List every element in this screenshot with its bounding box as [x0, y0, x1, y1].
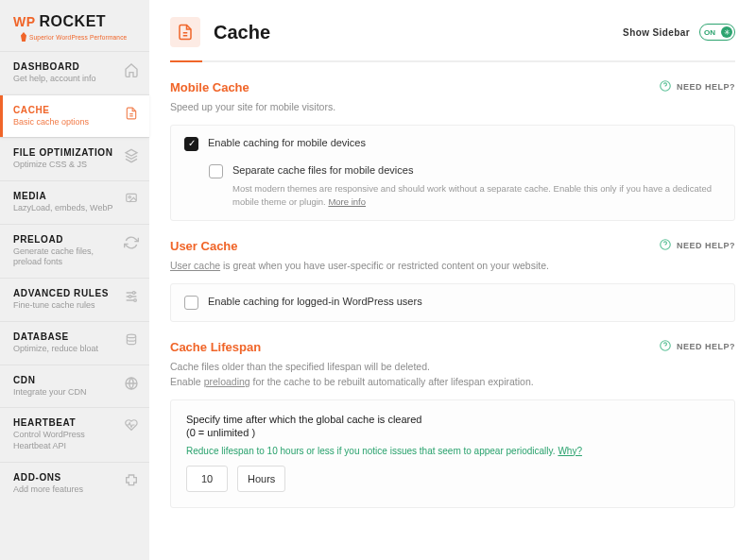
checkbox-enable-mobile-cache[interactable]: [184, 137, 198, 151]
sidebar-item-preload[interactable]: PRELOAD Generate cache files, preload fo…: [0, 224, 149, 278]
sidebar-item-label: DASHBOARD: [13, 61, 117, 72]
lifespan-value-input[interactable]: 10: [186, 466, 228, 492]
layers-icon: [123, 148, 140, 163]
option-label: Enable caching for mobile devices: [208, 137, 366, 148]
sidebar-item-heartbeat[interactable]: HEARTBEAT Control WordPress Heartbeat AP…: [0, 407, 149, 461]
section-desc: Cache files older than the specified lif…: [170, 360, 735, 390]
refresh-icon: [123, 235, 140, 250]
lifespan-zero-note: (0 = unlimited ): [186, 427, 719, 438]
sidebar-item-label: MEDIA: [13, 191, 117, 201]
main-content: Cache Show Sidebar ON Mobile Cache NEED …: [149, 0, 756, 560]
section-desc: User cache is great when you have user-s…: [170, 259, 735, 274]
page-header: Cache Show Sidebar ON: [170, 17, 735, 60]
svg-point-3: [129, 296, 131, 298]
svg-point-4: [134, 299, 137, 302]
brand: WP ROCKET Superior WordPress Performance: [0, 0, 149, 51]
sidebar-item-label: ADVANCED RULES: [13, 288, 117, 298]
svg-point-1: [129, 196, 130, 198]
sidebar-item-label: ADD-ONS: [13, 472, 117, 483]
page-title: Cache: [214, 22, 270, 43]
lifespan-tip: Reduce lifespan to 10 hours or less if y…: [186, 446, 719, 456]
option-desc: Most modern themes are responsive and sh…: [232, 182, 721, 210]
preloading-doc-link[interactable]: preloading: [204, 376, 250, 387]
puzzle-icon: [123, 473, 140, 488]
section-user-cache: User Cache NEED HELP? User cache is grea…: [170, 238, 735, 322]
sidebar-item-label: FILE OPTIMIZATION: [13, 147, 117, 158]
home-icon: [123, 62, 140, 77]
sidebar-item-desc: Integrate your CDN: [13, 387, 117, 399]
lifespan-unit-select[interactable]: Hours: [237, 466, 285, 492]
section-mobile-cache: Mobile Cache NEED HELP? Speed up your si…: [170, 79, 735, 221]
lifespan-why-link[interactable]: Why?: [558, 446, 582, 456]
lifespan-panel-title: Specify time after which the global cach…: [186, 414, 719, 425]
sidebar: WP ROCKET Superior WordPress Performance…: [0, 0, 149, 560]
need-help-label: NEED HELP?: [677, 241, 735, 250]
sidebar-item-label: DATABASE: [13, 331, 117, 342]
sidebar-item-desc: Optimize, reduce bloat: [13, 344, 117, 355]
user-cache-panel: Enable caching for logged-in WordPress u…: [170, 283, 735, 322]
mobile-cache-panel: Enable caching for mobile devices Separa…: [170, 125, 735, 222]
sidebar-item-advanced-rules[interactable]: ADVANCED RULES Fine-tune cache rules: [0, 278, 149, 321]
heartbeat-icon: [123, 418, 140, 432]
brand-tagline: Superior WordPress Performance: [21, 32, 138, 42]
sidebar-item-label: CDN: [13, 375, 117, 385]
section-desc: Speed up your site for mobile visitors.: [170, 100, 735, 115]
help-icon: [659, 238, 672, 253]
sidebar-item-cache[interactable]: CACHE Basic cache options: [0, 94, 149, 138]
sidebar-item-file-optimization[interactable]: FILE OPTIMIZATION Optimize CSS & JS: [0, 137, 149, 180]
doc-icon: [123, 106, 140, 121]
sidebar-item-addons[interactable]: ADD-ONS Add more features: [0, 462, 149, 505]
section-title: User Cache: [170, 239, 238, 253]
sidebar-item-cdn[interactable]: CDN Integrate your CDN: [0, 365, 149, 408]
more-info-link[interactable]: More info: [328, 196, 366, 207]
sidebar-item-media[interactable]: MEDIA LazyLoad, embeds, WebP: [0, 180, 149, 224]
sidebar-item-label: HEARTBEAT: [13, 417, 117, 428]
brand-wp: WP: [13, 14, 36, 29]
section-title: Cache Lifespan: [170, 340, 261, 354]
need-help-link[interactable]: NEED HELP?: [659, 79, 735, 94]
sidebar-item-desc: Optimize CSS & JS: [13, 160, 117, 171]
section-title: Mobile Cache: [170, 80, 249, 94]
toggle-on-label: ON: [704, 28, 715, 37]
help-icon: [659, 339, 672, 354]
user-cache-doc-link[interactable]: User cache: [170, 260, 220, 271]
checkbox-separate-mobile-cache[interactable]: [209, 164, 223, 178]
sidebar-item-desc: Control WordPress Heartbeat API: [13, 430, 117, 451]
sidebar-item-desc: Generate cache files, preload fonts: [13, 246, 117, 268]
sidebar-item-label: CACHE: [13, 105, 117, 115]
sidebar-item-desc: LazyLoad, embeds, WebP: [13, 203, 117, 214]
option-label: Enable caching for logged-in WordPress u…: [208, 296, 422, 307]
checkbox-enable-user-cache[interactable]: [184, 296, 198, 310]
need-help-label: NEED HELP?: [677, 342, 735, 351]
show-sidebar-toggle[interactable]: ON: [699, 24, 735, 41]
database-icon: [123, 332, 140, 348]
sidebar-item-desc: Add more features: [13, 484, 117, 496]
sidebar-item-desc: Get help, account info: [13, 74, 117, 85]
sidebar-item-desc: Fine-tune cache rules: [13, 300, 117, 312]
sidebar-item-label: PRELOAD: [13, 234, 117, 245]
image-icon: [123, 192, 140, 205]
option-label: Separate cache files for mobile devices: [232, 164, 413, 176]
svg-point-2: [132, 292, 135, 295]
page-icon: [170, 17, 200, 47]
section-cache-lifespan: Cache Lifespan NEED HELP? Cache files ol…: [170, 339, 735, 508]
toggle-knob-icon: [721, 26, 732, 38]
tab-indicator: [170, 60, 735, 62]
sidebar-item-database[interactable]: DATABASE Optimize, reduce bloat: [0, 321, 149, 365]
sidebar-nav: DASHBOARD Get help, account info CACHE B…: [0, 51, 149, 504]
help-icon: [659, 79, 672, 94]
need-help-label: NEED HELP?: [677, 82, 735, 92]
show-sidebar-label: Show Sidebar: [623, 27, 690, 38]
svg-point-5: [127, 334, 135, 338]
sidebar-item-dashboard[interactable]: DASHBOARD Get help, account info: [0, 51, 149, 94]
lifespan-panel: Specify time after which the global cach…: [170, 399, 735, 508]
need-help-link[interactable]: NEED HELP?: [659, 238, 735, 253]
need-help-link[interactable]: NEED HELP?: [659, 339, 735, 354]
sliders-icon: [123, 289, 140, 304]
globe-icon: [123, 376, 140, 391]
sidebar-item-desc: Basic cache options: [13, 117, 117, 128]
brand-name: ROCKET: [40, 13, 107, 30]
